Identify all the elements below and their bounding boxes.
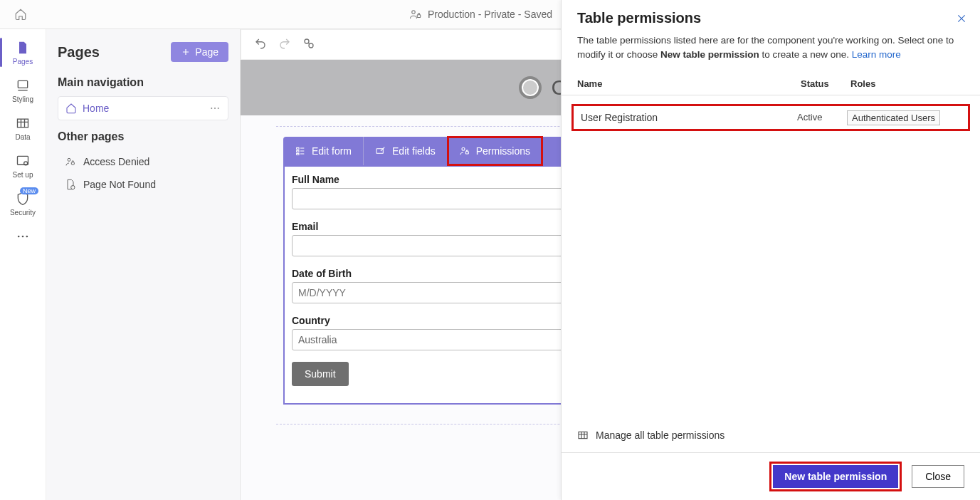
flyout-description: The table permissions listed here are fo… bbox=[562, 33, 980, 70]
new-badge: New bbox=[20, 187, 38, 194]
svg-point-6 bbox=[18, 236, 20, 238]
more-icon[interactable] bbox=[209, 103, 221, 114]
more-icon bbox=[16, 229, 30, 244]
new-table-permission-button[interactable]: New table permission bbox=[773, 465, 898, 488]
rail-more[interactable] bbox=[0, 222, 46, 249]
environment-indicator[interactable]: Production - Private - Saved bbox=[409, 8, 571, 21]
svg-rect-17 bbox=[297, 147, 299, 149]
svg-rect-23 bbox=[579, 432, 587, 438]
svg-rect-19 bbox=[297, 153, 299, 155]
svg-rect-1 bbox=[417, 15, 421, 18]
svg-rect-3 bbox=[18, 119, 28, 127]
svg-point-21 bbox=[462, 147, 465, 150]
company-logo bbox=[519, 76, 542, 99]
close-button[interactable]: Close bbox=[912, 465, 964, 488]
undo-button[interactable] bbox=[254, 37, 267, 52]
svg-point-7 bbox=[22, 236, 24, 238]
svg-point-16 bbox=[309, 43, 313, 48]
fields-icon bbox=[375, 145, 386, 157]
page-icon bbox=[16, 41, 30, 55]
undo-icon bbox=[254, 37, 267, 50]
data-icon bbox=[16, 116, 30, 130]
submit-button[interactable]: Submit bbox=[292, 362, 349, 386]
nav-item-home[interactable]: Home bbox=[58, 96, 228, 120]
svg-point-0 bbox=[412, 11, 416, 14]
svg-point-10 bbox=[214, 108, 216, 109]
manage-all-permissions[interactable]: Manage all table permissions bbox=[562, 422, 980, 452]
svg-rect-4 bbox=[18, 156, 28, 165]
setup-icon bbox=[16, 154, 30, 168]
home-icon bbox=[65, 103, 77, 114]
page-warning-icon bbox=[65, 179, 76, 190]
main-nav-heading: Main navigation bbox=[58, 76, 228, 89]
link-button[interactable] bbox=[302, 37, 315, 52]
svg-point-8 bbox=[26, 236, 28, 238]
flyout-footer: New table permission Close bbox=[562, 452, 980, 500]
col-name: Name bbox=[577, 78, 801, 89]
other-pages-heading: Other pages bbox=[58, 130, 228, 143]
form-icon bbox=[295, 145, 306, 157]
edit-fields-button[interactable]: Edit fields bbox=[364, 137, 448, 165]
rail-styling[interactable]: Styling bbox=[0, 71, 46, 109]
svg-rect-2 bbox=[18, 80, 27, 88]
perm-roles: Authenticated Users bbox=[847, 110, 940, 125]
pages-panel: Pages Page Main navigation Home Other pa… bbox=[46, 29, 241, 500]
svg-point-15 bbox=[305, 39, 309, 43]
styling-icon bbox=[16, 78, 30, 93]
svg-point-12 bbox=[68, 158, 70, 161]
link-icon bbox=[302, 37, 315, 50]
perm-status: Active bbox=[797, 112, 847, 123]
page-access-denied[interactable]: Access Denied bbox=[58, 150, 228, 173]
rail-setup[interactable]: Set up bbox=[0, 147, 46, 184]
col-status: Status bbox=[801, 78, 850, 89]
add-page-button[interactable]: Page bbox=[171, 42, 228, 62]
svg-point-9 bbox=[211, 108, 212, 109]
redo-button[interactable] bbox=[278, 37, 291, 52]
home-top-button[interactable] bbox=[11, 4, 31, 24]
learn-more-link[interactable]: Learn more bbox=[852, 49, 901, 60]
svg-point-11 bbox=[218, 108, 219, 109]
perm-name: User Registration bbox=[581, 112, 797, 123]
table-icon bbox=[577, 429, 589, 441]
svg-rect-22 bbox=[465, 152, 468, 154]
left-rail: Pages Styling Data Set up New Security bbox=[0, 29, 46, 500]
svg-rect-18 bbox=[297, 150, 299, 152]
person-lock-icon bbox=[459, 145, 470, 157]
permissions-button[interactable]: Permissions bbox=[448, 137, 542, 165]
svg-rect-13 bbox=[71, 162, 74, 165]
close-flyout-button[interactable] bbox=[956, 13, 967, 27]
permissions-table-header: Name Status Roles bbox=[562, 70, 980, 95]
people-lock-icon bbox=[409, 8, 422, 21]
rail-pages[interactable]: Pages bbox=[0, 33, 46, 71]
plus-icon bbox=[181, 47, 191, 57]
col-roles: Roles bbox=[850, 78, 964, 89]
rail-data[interactable]: Data bbox=[0, 109, 46, 147]
home-icon bbox=[14, 8, 27, 21]
permission-row[interactable]: User Registration Active Authenticated U… bbox=[571, 104, 970, 131]
pages-title: Pages bbox=[58, 44, 100, 61]
permissions-flyout: Table permissions The table permissions … bbox=[561, 0, 980, 500]
redo-icon bbox=[278, 37, 291, 50]
edit-form-button[interactable]: Edit form bbox=[283, 137, 364, 165]
flyout-title: Table permissions bbox=[577, 10, 964, 26]
close-icon bbox=[956, 13, 967, 24]
person-lock-icon bbox=[65, 156, 76, 167]
rail-security[interactable]: New Security bbox=[0, 184, 46, 222]
environment-label: Production - Private - Saved bbox=[428, 9, 552, 20]
page-not-found[interactable]: Page Not Found bbox=[58, 173, 228, 196]
